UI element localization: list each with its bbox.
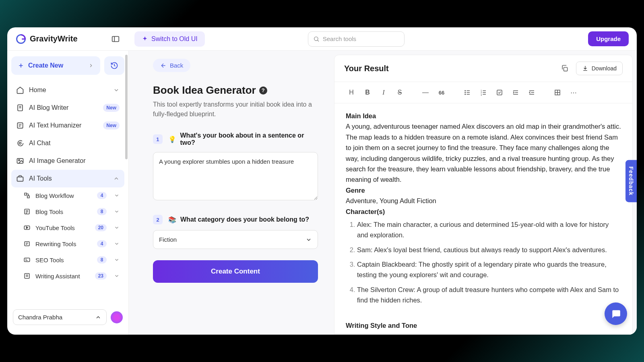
nav-blog-writer[interactable]: AI Blog Writer New	[11, 99, 124, 117]
indent-icon	[512, 89, 519, 96]
sparkle-icon	[142, 36, 148, 42]
chevron-down-icon	[305, 237, 312, 243]
upgrade-button[interactable]: Upgrade	[588, 31, 629, 46]
create-content-button[interactable]: Create Content	[153, 260, 318, 283]
svg-point-3	[314, 37, 318, 40]
table-button[interactable]	[550, 85, 565, 100]
tool-blog-workflow[interactable]: Blog Workflow 4	[11, 187, 124, 204]
plus-icon	[18, 62, 24, 69]
nav-ai-chat[interactable]: AI Chat	[11, 134, 124, 152]
switch-ui-button[interactable]: Switch to Old UI	[134, 31, 205, 47]
sidebar-scrollbar[interactable]	[125, 55, 128, 159]
svg-marker-26	[27, 227, 28, 229]
editor-toolbar: H B I S — 66 123 ⋯	[334, 82, 632, 103]
tool-rewriting-tools[interactable]: Rewriting Tools 4	[11, 236, 124, 252]
workflow-icon	[23, 192, 31, 199]
chevron-down-icon	[114, 257, 120, 263]
book-about-textarea[interactable]	[153, 152, 318, 200]
outdent-button[interactable]	[524, 85, 539, 100]
svg-point-41	[465, 94, 466, 95]
question-2-label: 2 📚 What category does your book belong …	[153, 215, 318, 224]
quote-button[interactable]: 66	[434, 85, 449, 100]
chevron-down-icon	[114, 209, 120, 214]
strike-button[interactable]: S	[392, 85, 407, 100]
italic-button[interactable]: I	[376, 85, 391, 100]
number-list-button[interactable]: 123	[476, 85, 491, 100]
new-badge: New	[103, 121, 120, 130]
count-badge: 4	[97, 192, 107, 199]
nav-ai-tools[interactable]: AI Tools	[11, 170, 124, 187]
download-button[interactable]: Download	[576, 62, 623, 75]
video-icon	[23, 224, 31, 231]
character-item: Alex: The main character, a curious and …	[357, 219, 621, 241]
panel-toggle-icon[interactable]	[111, 35, 120, 43]
blog-icon	[23, 208, 31, 215]
nav-text-humanizer[interactable]: AI Text Humanizer New	[11, 117, 124, 134]
home-icon	[16, 86, 24, 94]
outdent-icon	[528, 89, 535, 96]
back-button[interactable]: Back	[153, 59, 190, 72]
rewrite-icon	[23, 240, 31, 247]
result-content[interactable]: Main Idea A young, adventurous teenager …	[334, 103, 632, 334]
search-input[interactable]	[323, 35, 399, 42]
logo-icon	[15, 33, 27, 45]
count-badge: 8	[97, 208, 107, 215]
svg-point-40	[465, 92, 466, 93]
count-badge: 8	[97, 256, 107, 263]
create-new-button[interactable]: Create New	[11, 56, 100, 75]
svg-line-4	[317, 40, 318, 41]
svg-rect-16	[17, 177, 23, 181]
checklist-button[interactable]	[492, 85, 507, 100]
history-icon	[110, 62, 118, 70]
count-badge: 4	[97, 240, 107, 247]
svg-rect-10	[17, 123, 23, 128]
chevron-up-icon	[95, 314, 101, 321]
user-menu[interactable]: Chandra Prabha	[13, 309, 107, 325]
svg-text:3: 3	[481, 94, 482, 96]
indent-button[interactable]	[508, 85, 523, 100]
chat-bubble-icon	[611, 309, 621, 319]
history-button[interactable]	[104, 56, 124, 75]
assistant-icon	[23, 272, 31, 280]
svg-rect-37	[564, 68, 567, 71]
chevron-down-icon	[114, 193, 120, 198]
avatar[interactable]	[111, 311, 123, 323]
checklist-icon	[496, 89, 503, 96]
nav-image-generator[interactable]: AI Image Generator	[11, 152, 124, 170]
download-icon	[582, 65, 588, 72]
tool-writing-assistant[interactable]: Writing Assistant 23	[11, 268, 124, 284]
tool-youtube-tools[interactable]: YouTube Tools 20	[11, 220, 124, 236]
svg-rect-18	[27, 196, 29, 198]
category-select[interactable]: Fiction	[153, 230, 318, 249]
svg-rect-51	[497, 90, 502, 95]
chevron-down-icon	[114, 241, 120, 247]
page-subtitle: This tool expertly transforms your initi…	[153, 100, 318, 119]
chevron-down-icon	[113, 87, 120, 93]
copy-button[interactable]	[558, 62, 571, 75]
tool-seo-tools[interactable]: SEO Tools 8	[11, 252, 124, 268]
result-title: Your Result	[344, 64, 389, 73]
list-ol-icon: 123	[480, 89, 487, 96]
brand-name: GravityWrite	[30, 34, 78, 43]
table-icon	[554, 89, 561, 96]
heading-button[interactable]: H	[344, 85, 359, 100]
image-icon	[16, 157, 24, 165]
page-title: Book Idea Generator ?	[153, 84, 318, 97]
document-icon	[16, 104, 24, 112]
character-item: Captain Blackbeard: The ghostly spirit o…	[357, 259, 621, 280]
chat-fab[interactable]	[605, 302, 627, 325]
svg-point-13	[19, 142, 21, 144]
text-icon	[16, 121, 24, 130]
question-1-label: 1 💡 What's your book about in a sentence…	[153, 132, 318, 146]
nav-home[interactable]: Home	[11, 81, 124, 99]
search-input-wrap[interactable]	[308, 31, 405, 47]
more-button[interactable]: ⋯	[566, 85, 581, 100]
chevron-down-icon	[114, 225, 120, 230]
briefcase-icon	[16, 175, 24, 183]
help-icon[interactable]: ?	[259, 86, 267, 95]
hr-button[interactable]: —	[418, 85, 433, 100]
tool-blog-tools[interactable]: Blog Tools 8	[11, 204, 124, 220]
bold-button[interactable]: B	[360, 85, 375, 100]
feedback-tab[interactable]: Feedback	[625, 160, 637, 202]
bullet-list-button[interactable]	[460, 85, 475, 100]
